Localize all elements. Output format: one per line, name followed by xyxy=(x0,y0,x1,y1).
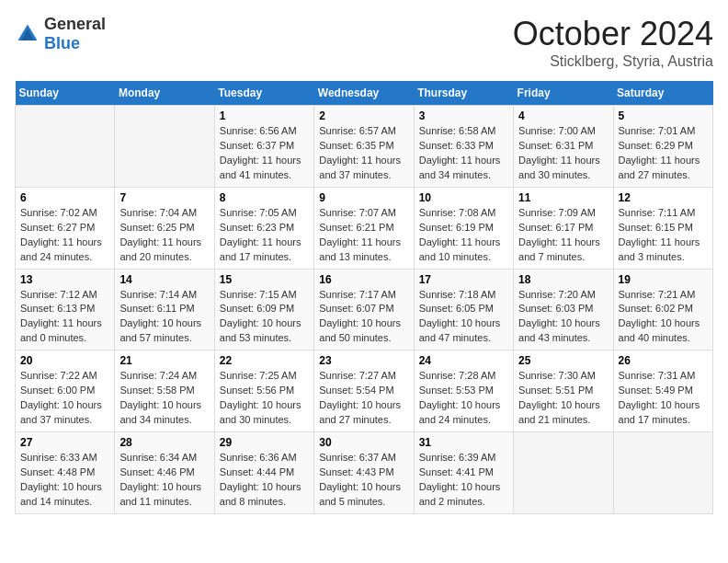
calendar-cell: 23Sunrise: 7:27 AMSunset: 5:54 PMDayligh… xyxy=(314,350,414,432)
cell-content: Sunrise: 7:09 AMSunset: 6:17 PMDaylight:… xyxy=(518,206,608,265)
month-title: October 2024 xyxy=(513,15,713,53)
calendar-header: SundayMondayTuesdayWednesdayThursdayFrid… xyxy=(16,81,713,106)
calendar-cell: 11Sunrise: 7:09 AMSunset: 6:17 PMDayligh… xyxy=(514,187,613,269)
calendar-cell: 3Sunrise: 6:58 AMSunset: 6:33 PMDaylight… xyxy=(414,106,513,188)
calendar-cell: 30Sunrise: 6:37 AMSunset: 4:43 PMDayligh… xyxy=(314,432,414,514)
cell-content: Sunrise: 6:56 AMSunset: 6:37 PMDaylight:… xyxy=(220,124,309,183)
calendar-cell: 16Sunrise: 7:17 AMSunset: 6:07 PMDayligh… xyxy=(314,269,414,350)
day-number: 19 xyxy=(619,273,708,286)
cell-content: Sunrise: 6:36 AMSunset: 4:44 PMDaylight:… xyxy=(220,451,309,510)
day-number: 4 xyxy=(518,109,608,122)
logo-icon xyxy=(15,21,40,47)
calendar-cell: 4Sunrise: 7:00 AMSunset: 6:31 PMDaylight… xyxy=(514,106,613,188)
calendar-body: 1Sunrise: 6:56 AMSunset: 6:37 PMDaylight… xyxy=(16,106,713,514)
day-number: 29 xyxy=(220,436,309,449)
day-number: 13 xyxy=(20,273,109,286)
cell-content: Sunrise: 6:58 AMSunset: 6:33 PMDaylight:… xyxy=(419,124,508,183)
calendar-cell: 13Sunrise: 7:12 AMSunset: 6:13 PMDayligh… xyxy=(16,269,115,350)
calendar-week-1: 1Sunrise: 6:56 AMSunset: 6:37 PMDaylight… xyxy=(16,106,713,188)
day-number: 9 xyxy=(319,191,408,204)
cell-content: Sunrise: 6:37 AMSunset: 4:43 PMDaylight:… xyxy=(319,451,408,510)
day-number: 5 xyxy=(619,109,708,122)
day-number: 23 xyxy=(319,354,408,367)
weekday-header-monday: Monday xyxy=(115,81,214,106)
day-number: 30 xyxy=(319,436,408,449)
weekday-row: SundayMondayTuesdayWednesdayThursdayFrid… xyxy=(16,81,713,106)
cell-content: Sunrise: 7:05 AMSunset: 6:23 PMDaylight:… xyxy=(220,206,309,265)
day-number: 14 xyxy=(119,273,209,286)
cell-content: Sunrise: 6:57 AMSunset: 6:35 PMDaylight:… xyxy=(319,124,408,183)
calendar-cell: 22Sunrise: 7:25 AMSunset: 5:56 PMDayligh… xyxy=(214,350,313,432)
calendar-cell: 21Sunrise: 7:24 AMSunset: 5:58 PMDayligh… xyxy=(115,350,214,432)
weekday-header-thursday: Thursday xyxy=(414,81,513,106)
day-number: 10 xyxy=(419,191,508,204)
day-number: 8 xyxy=(220,191,309,204)
day-number: 31 xyxy=(419,436,508,449)
day-number: 17 xyxy=(419,273,508,286)
cell-content: Sunrise: 7:18 AMSunset: 6:05 PMDaylight:… xyxy=(419,288,508,347)
location-subtitle: Sticklberg, Styria, Austria xyxy=(513,53,713,70)
calendar-cell: 10Sunrise: 7:08 AMSunset: 6:19 PMDayligh… xyxy=(414,187,513,269)
cell-content: Sunrise: 7:21 AMSunset: 6:02 PMDaylight:… xyxy=(619,288,708,347)
page-header: General Blue October 2024 Sticklberg, St… xyxy=(15,15,713,70)
calendar-cell: 15Sunrise: 7:15 AMSunset: 6:09 PMDayligh… xyxy=(214,269,313,350)
day-number: 15 xyxy=(220,273,309,286)
day-number: 20 xyxy=(20,354,109,367)
logo-general-text: General xyxy=(44,15,106,33)
day-number: 22 xyxy=(220,354,309,367)
calendar-week-4: 20Sunrise: 7:22 AMSunset: 6:00 PMDayligh… xyxy=(16,350,713,432)
cell-content: Sunrise: 7:25 AMSunset: 5:56 PMDaylight:… xyxy=(220,369,309,428)
cell-content: Sunrise: 7:14 AMSunset: 6:11 PMDaylight:… xyxy=(119,288,209,347)
calendar-cell xyxy=(514,432,613,514)
calendar-cell: 14Sunrise: 7:14 AMSunset: 6:11 PMDayligh… xyxy=(115,269,214,350)
calendar-cell: 29Sunrise: 6:36 AMSunset: 4:44 PMDayligh… xyxy=(214,432,313,514)
calendar-cell: 1Sunrise: 6:56 AMSunset: 6:37 PMDaylight… xyxy=(214,106,313,188)
title-block: October 2024 Sticklberg, Styria, Austria xyxy=(513,15,713,70)
calendar-cell: 17Sunrise: 7:18 AMSunset: 6:05 PMDayligh… xyxy=(414,269,513,350)
calendar-cell: 18Sunrise: 7:20 AMSunset: 6:03 PMDayligh… xyxy=(514,269,613,350)
logo: General Blue xyxy=(15,15,106,53)
calendar-cell: 28Sunrise: 6:34 AMSunset: 4:46 PMDayligh… xyxy=(115,432,214,514)
weekday-header-friday: Friday xyxy=(514,81,613,106)
weekday-header-tuesday: Tuesday xyxy=(214,81,313,106)
calendar-cell xyxy=(115,106,214,188)
cell-content: Sunrise: 7:15 AMSunset: 6:09 PMDaylight:… xyxy=(220,288,309,347)
day-number: 25 xyxy=(518,354,608,367)
calendar-cell: 9Sunrise: 7:07 AMSunset: 6:21 PMDaylight… xyxy=(314,187,414,269)
calendar-table: SundayMondayTuesdayWednesdayThursdayFrid… xyxy=(15,81,713,514)
day-number: 18 xyxy=(518,273,608,286)
cell-content: Sunrise: 7:00 AMSunset: 6:31 PMDaylight:… xyxy=(518,124,608,183)
cell-content: Sunrise: 7:20 AMSunset: 6:03 PMDaylight:… xyxy=(518,288,608,347)
day-number: 28 xyxy=(119,436,209,449)
cell-content: Sunrise: 6:39 AMSunset: 4:41 PMDaylight:… xyxy=(419,451,508,510)
day-number: 27 xyxy=(20,436,109,449)
day-number: 21 xyxy=(119,354,209,367)
calendar-cell: 27Sunrise: 6:33 AMSunset: 4:48 PMDayligh… xyxy=(16,432,115,514)
cell-content: Sunrise: 7:01 AMSunset: 6:29 PMDaylight:… xyxy=(619,124,708,183)
calendar-week-2: 6Sunrise: 7:02 AMSunset: 6:27 PMDaylight… xyxy=(16,187,713,269)
day-number: 11 xyxy=(518,191,608,204)
cell-content: Sunrise: 7:31 AMSunset: 5:49 PMDaylight:… xyxy=(619,369,708,428)
cell-content: Sunrise: 7:24 AMSunset: 5:58 PMDaylight:… xyxy=(119,369,209,428)
calendar-cell: 8Sunrise: 7:05 AMSunset: 6:23 PMDaylight… xyxy=(214,187,313,269)
calendar-cell: 20Sunrise: 7:22 AMSunset: 6:00 PMDayligh… xyxy=(16,350,115,432)
weekday-header-wednesday: Wednesday xyxy=(314,81,414,106)
day-number: 26 xyxy=(619,354,708,367)
calendar-cell xyxy=(613,432,712,514)
weekday-header-saturday: Saturday xyxy=(613,81,712,106)
cell-content: Sunrise: 7:27 AMSunset: 5:54 PMDaylight:… xyxy=(319,369,408,428)
cell-content: Sunrise: 7:08 AMSunset: 6:19 PMDaylight:… xyxy=(419,206,508,265)
calendar-cell: 31Sunrise: 6:39 AMSunset: 4:41 PMDayligh… xyxy=(414,432,513,514)
cell-content: Sunrise: 7:12 AMSunset: 6:13 PMDaylight:… xyxy=(20,288,109,347)
day-number: 2 xyxy=(319,109,408,122)
cell-content: Sunrise: 7:04 AMSunset: 6:25 PMDaylight:… xyxy=(119,206,209,265)
cell-content: Sunrise: 7:30 AMSunset: 5:51 PMDaylight:… xyxy=(518,369,608,428)
calendar-week-3: 13Sunrise: 7:12 AMSunset: 6:13 PMDayligh… xyxy=(16,269,713,350)
weekday-header-sunday: Sunday xyxy=(16,81,115,106)
calendar-cell xyxy=(16,106,115,188)
logo-blue-text: Blue xyxy=(44,34,80,52)
day-number: 3 xyxy=(419,109,508,122)
calendar-cell: 6Sunrise: 7:02 AMSunset: 6:27 PMDaylight… xyxy=(16,187,115,269)
calendar-cell: 5Sunrise: 7:01 AMSunset: 6:29 PMDaylight… xyxy=(613,106,712,188)
cell-content: Sunrise: 7:07 AMSunset: 6:21 PMDaylight:… xyxy=(319,206,408,265)
